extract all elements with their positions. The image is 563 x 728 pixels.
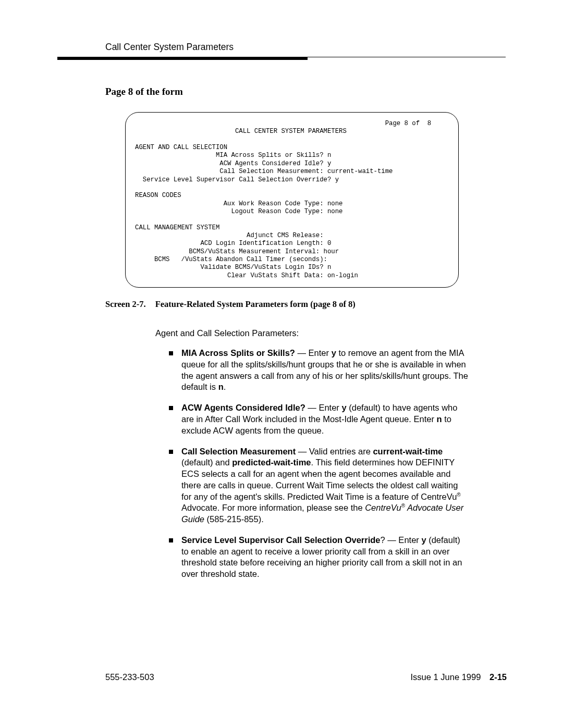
text-segment: (585-215-855). <box>204 514 264 524</box>
param-name: MIA Across Splits or Skills? <box>181 348 295 357</box>
param-name: Service Level Supervisor Call Selection … <box>181 535 381 545</box>
terminal-sls-line: Service Level Supervisor Call Selection … <box>135 176 339 183</box>
terminal-bcmsab-line: BCMS /VuStats Abandon Call Timer (second… <box>135 256 327 263</box>
terminal-content: Page 8 of 8 CALL CENTER SYSTEM PARAMETER… <box>125 112 459 288</box>
terminal-acd-line: ACD Login Identification Length: 0 <box>135 240 331 247</box>
list-item: Call Selection Measurement — Valid entri… <box>169 446 469 525</box>
terminal-bcmsint-line: BCMS/VuStats Measurement Interval: hour <box>135 248 339 255</box>
text-segment: ? <box>381 535 385 545</box>
terminal-adj-line: Adjunct CMS Release: <box>135 232 324 239</box>
page-footer: 555-233-503 Issue 1 June 1999 2-15 <box>57 672 507 682</box>
body-intro: Agent and Call Selection Parameters: <box>155 328 506 338</box>
text-segment: — Valid entries are <box>296 447 373 456</box>
page-container: Call Center System Parameters Page 8 of … <box>0 0 563 580</box>
param-value: n <box>218 382 224 391</box>
text-segment: — Enter <box>305 403 342 412</box>
terminal-logout-line: Logout Reason Code Type: none <box>135 208 342 215</box>
terminal-reason-heading: REASON CODES <box>135 192 181 199</box>
caption-text: Feature-Related System Parameters form (… <box>155 299 356 309</box>
terminal-screenshot: Page 8 of 8 CALL CENTER SYSTEM PARAMETER… <box>125 112 459 288</box>
list-item: ACW Agents Considered Idle? — Enter y (d… <box>169 402 469 436</box>
doc-number: 555-233-503 <box>105 672 154 682</box>
text-segment: Advocate. For more information, please s… <box>181 503 365 512</box>
terminal-acw-line: ACW Agents Considered Idle? y <box>135 160 331 167</box>
terminal-aux-line: Aux Work Reason Code Type: none <box>135 200 342 207</box>
param-value: predicted-wait-time <box>232 458 311 467</box>
param-value: y <box>421 535 426 545</box>
param-value: y <box>332 348 336 357</box>
terminal-clear-line: Clear VuStats Shift Data: on-login <box>135 272 358 279</box>
issue-date: Issue 1 June 1999 <box>411 672 481 682</box>
text-segment: . <box>224 382 226 391</box>
text-segment: (default) and <box>181 458 232 467</box>
terminal-csm-line: Call Selection Measurement: current-wait… <box>135 168 393 175</box>
terminal-cms-heading: CALL MANAGEMENT SYSTEM <box>135 224 219 231</box>
parameter-list: MIA Across Splits or Skills? — Enter y t… <box>169 348 469 580</box>
registered-icon: ® <box>401 503 405 509</box>
terminal-agent-heading: AGENT AND CALL SELECTION <box>135 144 227 151</box>
param-name: ACW Agents Considered Idle? <box>181 403 305 412</box>
section-heading: Page 8 of the form <box>105 86 506 97</box>
param-name: Call Selection Measurement <box>181 447 296 456</box>
terminal-mia-line: MIA Across Splits or Skills? n <box>135 152 331 159</box>
footer-right: Issue 1 June 1999 2-15 <box>411 672 507 682</box>
param-value: n <box>436 414 442 424</box>
text-segment: — Enter <box>295 348 332 357</box>
terminal-page-label: Page 8 of 8 <box>135 120 449 128</box>
caption-label: Screen 2-7. <box>105 299 146 309</box>
list-item: MIA Across Splits or Skills? — Enter y t… <box>169 348 469 393</box>
list-item: Service Level Supervisor Call Selection … <box>169 535 469 580</box>
page-number: 2-15 <box>489 672 507 682</box>
running-header: Call Center System Parameters <box>105 42 506 53</box>
figure-caption: Screen 2-7. Feature-Related System Param… <box>105 299 506 310</box>
text-segment: — Enter <box>385 535 422 545</box>
registered-icon: ® <box>457 491 460 497</box>
param-value: current-wait-time <box>373 447 443 456</box>
param-value: y <box>341 403 346 412</box>
terminal-title: CALL CENTER SYSTEM PARAMETERS <box>135 128 449 135</box>
terminal-validate-line: Validate BCMS/VuStats Login IDs? n <box>135 264 331 271</box>
header-rule-thick <box>57 57 308 60</box>
